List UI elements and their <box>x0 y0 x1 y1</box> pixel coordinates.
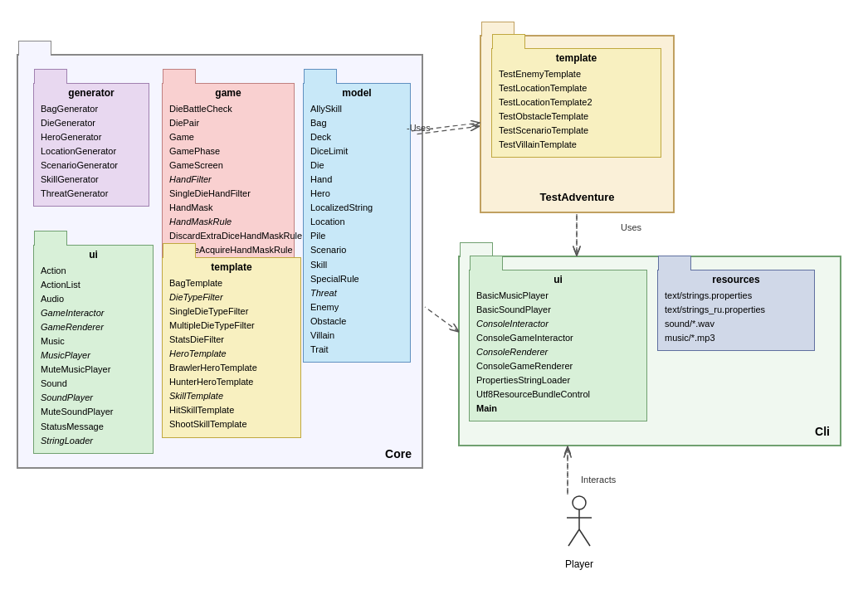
template-ta-package: template TestEnemyTemplate TestLocationT… <box>491 48 661 158</box>
model-package: model AllySkill Bag Deck DiceLimit Die H… <box>303 83 411 363</box>
game-package: game DieBattleCheck DiePair Game GamePha… <box>162 83 295 264</box>
ui-cli-items: BasicMusicPlayer BasicSoundPlayer Consol… <box>470 287 646 421</box>
generator-title: generator <box>34 84 149 100</box>
uses-cli-label: Uses <box>621 222 641 232</box>
cli-uses-core-arrow <box>425 307 459 332</box>
testadventure-label: TestAdventure <box>481 191 673 203</box>
core-label: Core <box>385 447 412 460</box>
player-figure <box>558 495 600 553</box>
player-area: Player <box>546 495 612 570</box>
generator-package: generator BagGenerator DieGenerator Hero… <box>33 83 149 207</box>
interacts-label: Interacts <box>581 475 616 485</box>
generator-items: BagGenerator DieGenerator HeroGenerator … <box>34 100 149 206</box>
template-ta-title: template <box>492 49 661 66</box>
uses-arrow-label: -Uses- <box>407 123 433 133</box>
resources-title: resources <box>658 270 814 287</box>
ui-core-title: ui <box>34 246 153 262</box>
template-core-title: template <box>163 258 300 275</box>
template-core-items: BagTemplate DieTypeFilter SingleDieTypeF… <box>163 275 300 437</box>
game-title: game <box>163 84 294 100</box>
svg-point-0 <box>573 496 586 509</box>
resources-package: resources text/strings.properties text/s… <box>657 270 815 351</box>
template-core-package: template BagTemplate DieTypeFilter Singl… <box>162 257 301 438</box>
game-items: DieBattleCheck DiePair Game GamePhase Ga… <box>163 100 294 263</box>
diagram: Core generator BagGenerator DieGenerator… <box>0 0 868 609</box>
svg-line-3 <box>568 529 579 546</box>
model-items: AllySkill Bag Deck DiceLimit Die Hand He… <box>304 100 410 362</box>
player-label: Player <box>546 558 612 570</box>
model-title: model <box>304 84 410 100</box>
ui-core-package: ui Action ActionList Audio GameInteracto… <box>33 245 154 454</box>
cli-label: Cli <box>815 425 830 438</box>
ui-core-items: Action ActionList Audio GameInteractor G… <box>34 262 153 453</box>
ui-cli-package: ui BasicMusicPlayer BasicSoundPlayer Con… <box>469 270 647 421</box>
svg-line-4 <box>579 529 590 546</box>
resources-items: text/strings.properties text/strings_ru.… <box>658 287 814 350</box>
ui-cli-title: ui <box>470 270 646 287</box>
template-ta-items: TestEnemyTemplate TestLocationTemplate T… <box>492 66 661 157</box>
